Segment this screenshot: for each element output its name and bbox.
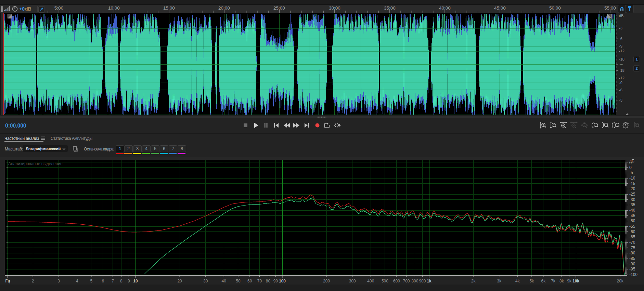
svg-text:2: 2 — [32, 279, 34, 283]
svg-text:50: 50 — [236, 279, 241, 283]
svg-text:90: 90 — [273, 279, 278, 283]
svg-text:700: 700 — [403, 279, 410, 283]
svg-text:-55: -55 — [629, 224, 635, 229]
svg-text:Анализированое выделение: Анализированое выделение — [8, 161, 63, 166]
svg-text:2k: 2k — [471, 279, 476, 283]
svg-text:-75: -75 — [629, 246, 635, 250]
svg-text:-90: -90 — [629, 262, 635, 266]
svg-text:500: 500 — [382, 279, 388, 283]
svg-text:40: 40 — [222, 279, 227, 283]
svg-text:300: 300 — [349, 279, 356, 283]
svg-text:-35: -35 — [629, 202, 635, 207]
svg-text:7: 7 — [112, 279, 114, 283]
svg-text:8k: 8k — [559, 279, 564, 283]
svg-text:0: 0 — [629, 165, 632, 170]
svg-text:9k: 9k — [567, 279, 572, 283]
svg-text:4k: 4k — [515, 279, 520, 283]
svg-text:60: 60 — [247, 279, 252, 283]
svg-text:400: 400 — [367, 279, 374, 283]
svg-text:4: 4 — [76, 279, 78, 283]
svg-text:5: 5 — [90, 279, 93, 283]
svg-text:20k: 20k — [617, 279, 623, 283]
svg-text:-80: -80 — [629, 251, 635, 255]
svg-text:6k: 6k — [541, 279, 546, 283]
svg-text:-50: -50 — [629, 219, 635, 223]
svg-text:30: 30 — [203, 279, 208, 283]
svg-text:100: 100 — [279, 279, 286, 283]
svg-text:200: 200 — [323, 279, 330, 283]
svg-text:800: 800 — [411, 279, 418, 283]
svg-text:Гц: Гц — [5, 279, 10, 283]
svg-text:1k: 1k — [427, 279, 432, 283]
svg-text:9: 9 — [128, 279, 130, 283]
svg-text:-30: -30 — [629, 197, 635, 202]
svg-text:-5: -5 — [629, 170, 633, 175]
svg-text:-65: -65 — [629, 235, 635, 239]
svg-text:10k: 10k — [572, 279, 579, 283]
svg-text:-45: -45 — [629, 213, 635, 218]
svg-text:70: 70 — [257, 279, 262, 283]
svg-text:900: 900 — [419, 279, 426, 283]
svg-text:-25: -25 — [629, 192, 635, 197]
svg-text:-40: -40 — [629, 208, 635, 213]
svg-text:-95: -95 — [629, 267, 635, 272]
svg-text:5k: 5k — [530, 279, 534, 283]
svg-text:3k: 3k — [497, 279, 502, 283]
svg-text:3: 3 — [57, 279, 60, 283]
svg-text:80: 80 — [266, 279, 271, 283]
svg-text:8: 8 — [120, 279, 123, 283]
svg-text:20: 20 — [177, 279, 182, 283]
svg-text:-85: -85 — [629, 256, 635, 261]
svg-text:-60: -60 — [629, 229, 635, 234]
svg-text:10: 10 — [133, 279, 138, 283]
svg-text:600: 600 — [393, 279, 400, 283]
svg-text:6: 6 — [102, 279, 104, 283]
svg-text:-70: -70 — [629, 240, 635, 245]
svg-text:-20: -20 — [629, 186, 635, 191]
svg-text:-10: -10 — [629, 176, 635, 181]
svg-text:дБ: дБ — [629, 159, 634, 163]
svg-text:7k: 7k — [551, 279, 556, 283]
svg-text:-100: -100 — [629, 272, 637, 277]
svg-text:-15: -15 — [629, 181, 635, 186]
